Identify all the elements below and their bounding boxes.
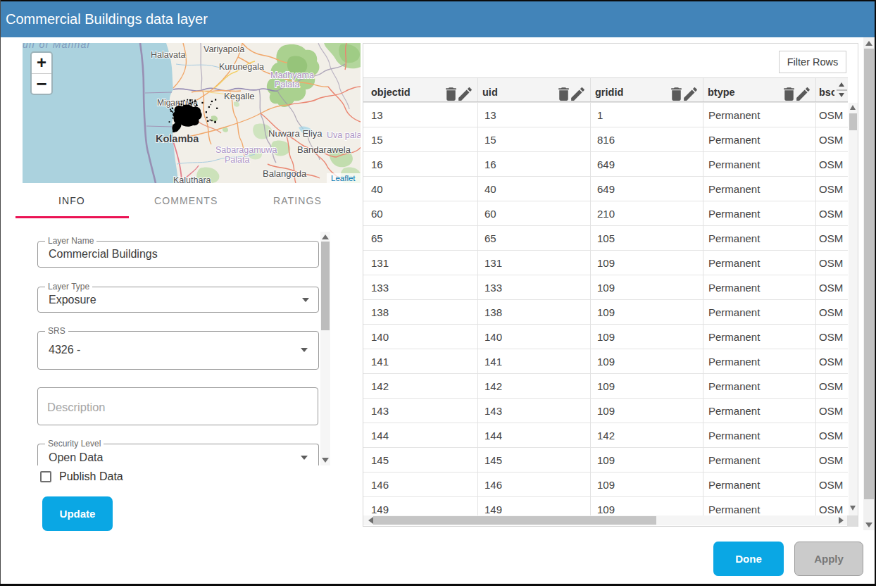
svg-text:Leaflet: Leaflet xyxy=(331,174,356,182)
svg-text:Nuwara Eliya: Nuwara Eliya xyxy=(268,128,323,139)
svg-text:ulf of Mannar: ulf of Mannar xyxy=(23,43,91,50)
svg-text:Kolamba: Kolamba xyxy=(156,133,199,144)
svg-text:Sabaragamuwa: Sabaragamuwa xyxy=(215,145,277,155)
svg-text:Kegalle: Kegalle xyxy=(224,91,254,101)
svg-text:Kurunegala: Kurunegala xyxy=(219,62,264,72)
svg-text:Variyapola: Variyapola xyxy=(204,44,244,54)
svg-text:Bandarawela: Bandarawela xyxy=(297,144,351,155)
svg-text:Palata: Palata xyxy=(275,80,299,89)
svg-text:Palata: Palata xyxy=(225,155,249,165)
svg-text:Uva pala: Uva pala xyxy=(327,130,361,140)
svg-text:Madhyama: Madhyama xyxy=(270,70,314,80)
svg-text:Balangoda: Balangoda xyxy=(263,168,307,179)
svg-text:Halavata: Halavata xyxy=(151,50,185,60)
svg-text:Kaluthara: Kaluthara xyxy=(173,175,211,183)
